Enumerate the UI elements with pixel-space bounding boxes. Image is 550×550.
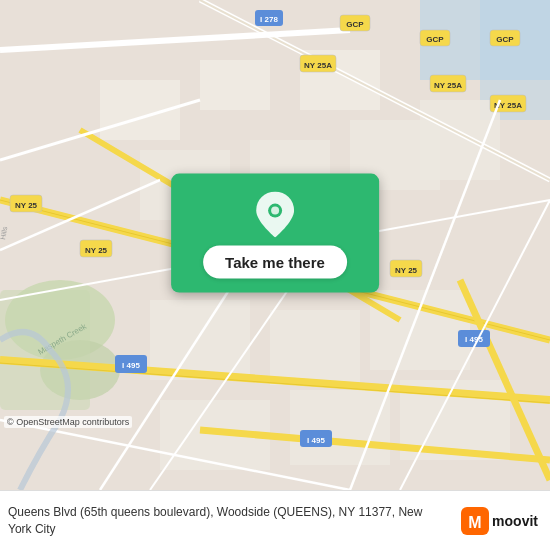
moovit-label: moovit <box>492 513 538 529</box>
address-text: Queens Blvd (65th queens boulevard), Woo… <box>8 504 428 538</box>
svg-text:GCP: GCP <box>426 35 444 44</box>
osm-credit: © OpenStreetMap contributors <box>4 416 132 428</box>
svg-rect-14 <box>270 310 360 385</box>
moovit-logo: M moovit <box>461 507 538 535</box>
svg-text:I 495: I 495 <box>122 361 140 370</box>
svg-text:NY 25A: NY 25A <box>434 81 462 90</box>
svg-text:GCP: GCP <box>496 35 514 44</box>
svg-text:I 495: I 495 <box>307 436 325 445</box>
svg-rect-12 <box>420 100 500 180</box>
svg-text:M: M <box>468 514 481 531</box>
take-me-there-overlay: Take me there <box>171 174 379 293</box>
svg-text:I 495: I 495 <box>465 335 483 344</box>
map-container: I 278 I 495 I 495 I 495 NY 25 NY 25 NY 2… <box>0 0 550 490</box>
svg-text:GCP: GCP <box>346 20 364 29</box>
green-card[interactable]: Take me there <box>171 174 379 293</box>
svg-text:NY 25A: NY 25A <box>304 61 332 70</box>
svg-point-68 <box>271 207 279 215</box>
take-me-there-button[interactable]: Take me there <box>203 246 347 279</box>
svg-text:NY 25: NY 25 <box>395 266 418 275</box>
svg-rect-15 <box>370 290 470 370</box>
svg-text:NY 25: NY 25 <box>15 201 38 210</box>
svg-text:NY 25: NY 25 <box>85 246 108 255</box>
info-bar: Queens Blvd (65th queens boulevard), Woo… <box>0 490 550 550</box>
moovit-icon: M <box>461 507 489 535</box>
svg-rect-7 <box>200 60 270 110</box>
svg-text:I 278: I 278 <box>260 15 278 24</box>
map-pin-icon <box>256 192 294 238</box>
